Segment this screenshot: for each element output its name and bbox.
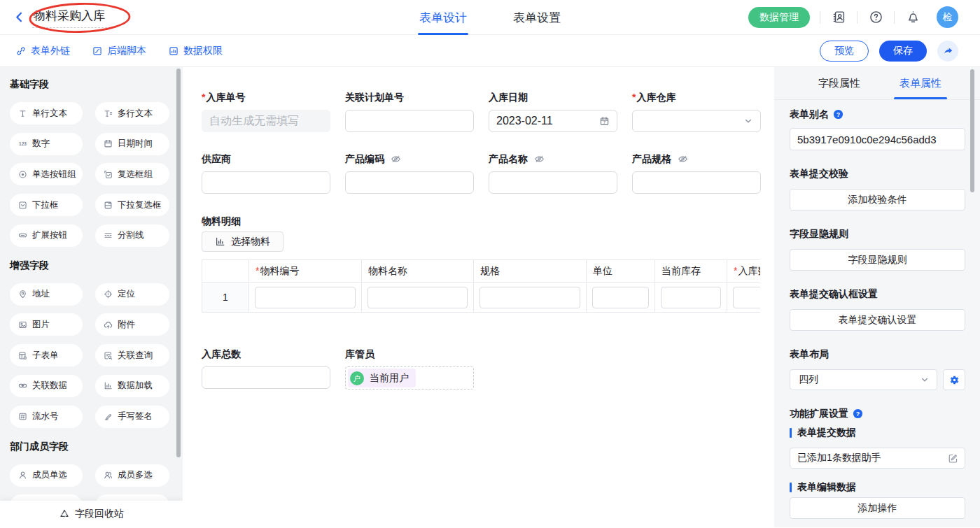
help-icon <box>869 10 883 24</box>
field-item-serial-number[interactable]: 流水号 <box>10 406 83 428</box>
field-date[interactable]: 入库日期 2023-02-11 7 <box>489 92 617 132</box>
add-action-button[interactable]: 添加操作 <box>790 497 965 519</box>
body: 基础字段 单行文本 多行文本 123 数字 日期时间 <box>0 67 980 527</box>
field-item-signature[interactable]: 手写签名 <box>95 406 169 428</box>
product-code-input[interactable] <box>345 171 474 194</box>
field-item-linked-data[interactable]: 关联数据 <box>10 375 83 397</box>
sidebar-scrollbar[interactable] <box>176 69 181 457</box>
field-receipt-no[interactable]: 入库单号 自动生成无需填写 <box>202 92 330 132</box>
field-item-datetime[interactable]: 日期时间 <box>95 133 169 155</box>
field-visibility-label: 字段显隐规则 <box>790 229 965 239</box>
share-button[interactable] <box>937 41 958 62</box>
data-manage-button[interactable]: 数据管理 <box>748 7 810 28</box>
field-item-number[interactable]: 123 数字 <box>10 133 83 155</box>
field-item-divider[interactable]: 分割线 <box>95 224 169 247</box>
stock-input[interactable] <box>661 287 721 308</box>
field-item-dropdown[interactable]: 下拉框 <box>10 194 83 216</box>
receipt-no-input[interactable]: 自动生成无需填写 <box>202 110 330 132</box>
add-validation-button[interactable]: 添加校验条件 <box>790 189 965 211</box>
page-title[interactable]: 物料采购入库 <box>32 7 107 28</box>
date-input[interactable]: 2023-02-11 7 <box>489 110 617 132</box>
backend-script-link[interactable]: 后端脚本 <box>92 45 146 57</box>
pick-material-button[interactable]: 选择物料 <box>202 231 284 252</box>
tab-form-settings[interactable]: 表单设置 <box>512 0 562 35</box>
notifications-button[interactable] <box>906 10 920 24</box>
field-recycle-bin[interactable]: 字段回收站 <box>0 501 183 527</box>
field-warehouse[interactable]: 入库仓库 <box>632 92 761 132</box>
submit-confirm-label: 表单提交确认框设置 <box>790 289 965 299</box>
field-item-extend-button[interactable]: 扩展按钮 <box>10 224 83 247</box>
field-visibility-button[interactable]: 字段显隐规则 <box>790 249 965 271</box>
field-item-image[interactable]: 图片 <box>10 313 83 336</box>
question-icon[interactable]: ? <box>853 408 863 419</box>
subform-col-header: 物料名称 <box>362 260 474 283</box>
avatar[interactable]: 检 <box>937 6 958 28</box>
total-input[interactable] <box>202 366 330 389</box>
field-item-subform[interactable]: 子表单 <box>10 344 83 366</box>
field-item-radio-group[interactable]: 单选按钮组 <box>10 163 83 185</box>
tab-form-design[interactable]: 表单设计 <box>418 0 468 35</box>
layout-settings-button[interactable] <box>943 369 965 390</box>
field-product-code[interactable]: 产品编码 <box>345 154 474 194</box>
submit-data-box[interactable]: 已添加1条数据助手 <box>790 448 965 469</box>
field-item-label: 日期时间 <box>118 138 153 150</box>
field-item-address[interactable]: 地址 <box>10 283 83 306</box>
field-item-location[interactable]: 定位 <box>95 283 169 306</box>
svg-text:123: 123 <box>19 141 27 146</box>
field-product-name[interactable]: 产品名称 <box>489 154 617 194</box>
field-item-multi-dropdown[interactable]: 下拉复选框 <box>95 194 169 216</box>
field-supplier[interactable]: 供应商 <box>202 154 330 194</box>
material-name-input[interactable] <box>368 287 468 308</box>
svg-text:?: ? <box>856 411 860 418</box>
product-spec-input[interactable] <box>632 171 761 194</box>
spec-input[interactable] <box>479 287 580 308</box>
preview-button[interactable]: 预览 <box>820 41 869 62</box>
current-user-tag[interactable]: 户 当前用户 <box>348 369 416 387</box>
keeper-input[interactable]: 户 当前用户 <box>345 366 474 390</box>
warehouse-select[interactable] <box>632 110 761 132</box>
subform-cell <box>474 283 587 313</box>
field-product-spec[interactable]: 产品规格 <box>632 154 761 194</box>
material-code-input[interactable] <box>255 287 356 308</box>
product-name-input[interactable] <box>489 171 617 194</box>
tab-field-properties[interactable]: 字段属性 <box>799 67 880 99</box>
field-label: 入库日期 <box>489 92 617 103</box>
form-external-link[interactable]: 表单外链 <box>16 45 70 57</box>
save-button[interactable]: 保存 <box>879 41 927 62</box>
field-item-checkbox-group[interactable]: 复选框组 <box>95 163 169 185</box>
field-item-attachment[interactable]: 附件 <box>95 313 169 336</box>
layout-select[interactable]: 四列 <box>790 369 937 390</box>
unit-input[interactable] <box>592 287 649 308</box>
field-plan-no[interactable]: 关联计划单号 <box>345 92 474 132</box>
supplier-input[interactable] <box>202 171 330 194</box>
share-icon <box>942 45 953 57</box>
field-item-member-single[interactable]: 成员单选 <box>10 464 83 487</box>
submit-confirm-button[interactable]: 表单提交确认设置 <box>790 309 965 331</box>
svg-text:户: 户 <box>354 375 360 383</box>
field-item-data-load[interactable]: 数据加载 <box>95 375 169 397</box>
tab-form-properties[interactable]: 表单属性 <box>880 67 961 99</box>
plan-no-input[interactable] <box>345 110 474 132</box>
section-title-member-fields: 部门成员字段 <box>10 441 183 453</box>
field-item-linked-query[interactable]: 关联查询 <box>95 344 169 366</box>
form-row-2: 供应商 产品编码 产品名称 产品规格 <box>202 154 760 194</box>
basic-fields-grid: 单行文本 多行文本 123 数字 日期时间 单选按钮组 <box>10 102 183 247</box>
field-item-label: 地址 <box>32 288 50 300</box>
window-scrollbar[interactable] <box>970 69 974 192</box>
qty-input[interactable] <box>733 287 760 308</box>
field-item-member-multi[interactable]: 成员多选 <box>95 464 169 487</box>
edit-icon[interactable] <box>948 453 958 464</box>
field-item-label: 数字 <box>32 138 50 150</box>
field-item-multi-text[interactable]: 多行文本 <box>95 102 169 124</box>
field-keeper[interactable]: 库管员 户 当前用户 <box>345 349 474 390</box>
field-item-single-text[interactable]: 单行文本 <box>10 102 83 124</box>
field-total[interactable]: 入库总数 <box>202 349 330 390</box>
help-button[interactable] <box>869 10 883 24</box>
chevron-down-icon <box>743 116 753 126</box>
data-permission-link[interactable]: 数据权限 <box>169 45 223 57</box>
question-icon[interactable]: ? <box>833 109 844 120</box>
contacts-button[interactable] <box>832 10 846 24</box>
field-label: 产品编码 <box>345 154 474 164</box>
back-button[interactable] <box>11 10 27 25</box>
form-alias-input[interactable]: 5b3917e0910c0e294c56add3 <box>790 128 965 150</box>
